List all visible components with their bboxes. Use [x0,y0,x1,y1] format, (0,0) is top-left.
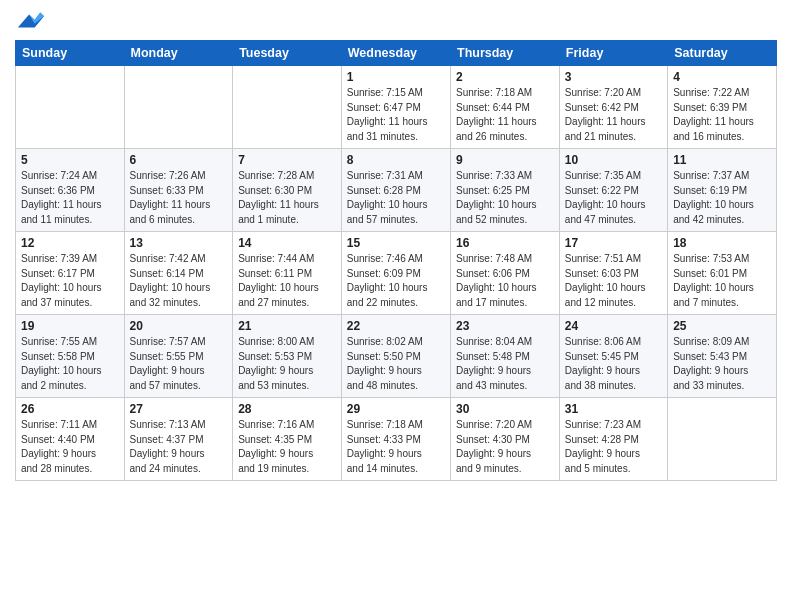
day-of-week-header: Monday [124,41,233,66]
logo [15,10,44,32]
calendar-cell: 16Sunrise: 7:48 AM Sunset: 6:06 PM Dayli… [451,232,560,315]
day-number: 23 [456,319,554,333]
calendar-week-row: 5Sunrise: 7:24 AM Sunset: 6:36 PM Daylig… [16,149,777,232]
day-number: 16 [456,236,554,250]
calendar-cell: 11Sunrise: 7:37 AM Sunset: 6:19 PM Dayli… [668,149,777,232]
logo-bird-icon [16,10,44,32]
day-number: 19 [21,319,119,333]
day-info: Sunrise: 7:20 AM Sunset: 6:42 PM Dayligh… [565,86,662,144]
day-info: Sunrise: 7:46 AM Sunset: 6:09 PM Dayligh… [347,252,445,310]
day-number: 15 [347,236,445,250]
day-info: Sunrise: 7:11 AM Sunset: 4:40 PM Dayligh… [21,418,119,476]
day-number: 7 [238,153,336,167]
day-info: Sunrise: 8:00 AM Sunset: 5:53 PM Dayligh… [238,335,336,393]
day-info: Sunrise: 7:55 AM Sunset: 5:58 PM Dayligh… [21,335,119,393]
day-info: Sunrise: 7:22 AM Sunset: 6:39 PM Dayligh… [673,86,771,144]
day-number: 6 [130,153,228,167]
day-number: 14 [238,236,336,250]
day-info: Sunrise: 8:02 AM Sunset: 5:50 PM Dayligh… [347,335,445,393]
calendar-cell: 26Sunrise: 7:11 AM Sunset: 4:40 PM Dayli… [16,398,125,481]
day-info: Sunrise: 7:33 AM Sunset: 6:25 PM Dayligh… [456,169,554,227]
day-number: 5 [21,153,119,167]
calendar-cell: 18Sunrise: 7:53 AM Sunset: 6:01 PM Dayli… [668,232,777,315]
day-number: 28 [238,402,336,416]
calendar-week-row: 12Sunrise: 7:39 AM Sunset: 6:17 PM Dayli… [16,232,777,315]
day-number: 27 [130,402,228,416]
calendar-cell [124,66,233,149]
calendar-cell: 29Sunrise: 7:18 AM Sunset: 4:33 PM Dayli… [341,398,450,481]
calendar-cell: 10Sunrise: 7:35 AM Sunset: 6:22 PM Dayli… [559,149,667,232]
day-number: 11 [673,153,771,167]
day-info: Sunrise: 7:18 AM Sunset: 4:33 PM Dayligh… [347,418,445,476]
calendar-cell: 20Sunrise: 7:57 AM Sunset: 5:55 PM Dayli… [124,315,233,398]
day-number: 29 [347,402,445,416]
calendar-cell: 8Sunrise: 7:31 AM Sunset: 6:28 PM Daylig… [341,149,450,232]
day-info: Sunrise: 7:20 AM Sunset: 4:30 PM Dayligh… [456,418,554,476]
day-number: 4 [673,70,771,84]
day-number: 31 [565,402,662,416]
day-number: 8 [347,153,445,167]
calendar-cell: 25Sunrise: 8:09 AM Sunset: 5:43 PM Dayli… [668,315,777,398]
day-of-week-header: Thursday [451,41,560,66]
header [15,10,777,32]
calendar-cell: 4Sunrise: 7:22 AM Sunset: 6:39 PM Daylig… [668,66,777,149]
calendar-week-row: 19Sunrise: 7:55 AM Sunset: 5:58 PM Dayli… [16,315,777,398]
day-number: 3 [565,70,662,84]
day-of-week-header: Friday [559,41,667,66]
day-info: Sunrise: 8:06 AM Sunset: 5:45 PM Dayligh… [565,335,662,393]
calendar-cell: 30Sunrise: 7:20 AM Sunset: 4:30 PM Dayli… [451,398,560,481]
day-of-week-header: Wednesday [341,41,450,66]
day-info: Sunrise: 7:23 AM Sunset: 4:28 PM Dayligh… [565,418,662,476]
calendar-cell: 9Sunrise: 7:33 AM Sunset: 6:25 PM Daylig… [451,149,560,232]
day-info: Sunrise: 7:24 AM Sunset: 6:36 PM Dayligh… [21,169,119,227]
day-number: 1 [347,70,445,84]
day-number: 18 [673,236,771,250]
day-number: 13 [130,236,228,250]
calendar-cell: 24Sunrise: 8:06 AM Sunset: 5:45 PM Dayli… [559,315,667,398]
day-number: 9 [456,153,554,167]
day-number: 17 [565,236,662,250]
calendar-cell: 23Sunrise: 8:04 AM Sunset: 5:48 PM Dayli… [451,315,560,398]
day-number: 30 [456,402,554,416]
calendar-cell: 3Sunrise: 7:20 AM Sunset: 6:42 PM Daylig… [559,66,667,149]
calendar-cell: 15Sunrise: 7:46 AM Sunset: 6:09 PM Dayli… [341,232,450,315]
page: SundayMondayTuesdayWednesdayThursdayFrid… [0,0,792,612]
day-info: Sunrise: 7:15 AM Sunset: 6:47 PM Dayligh… [347,86,445,144]
day-info: Sunrise: 7:31 AM Sunset: 6:28 PM Dayligh… [347,169,445,227]
calendar-cell: 27Sunrise: 7:13 AM Sunset: 4:37 PM Dayli… [124,398,233,481]
calendar-cell [233,66,342,149]
calendar-cell: 7Sunrise: 7:28 AM Sunset: 6:30 PM Daylig… [233,149,342,232]
day-number: 2 [456,70,554,84]
calendar-cell: 6Sunrise: 7:26 AM Sunset: 6:33 PM Daylig… [124,149,233,232]
calendar-cell: 14Sunrise: 7:44 AM Sunset: 6:11 PM Dayli… [233,232,342,315]
day-number: 10 [565,153,662,167]
day-info: Sunrise: 7:26 AM Sunset: 6:33 PM Dayligh… [130,169,228,227]
day-info: Sunrise: 7:44 AM Sunset: 6:11 PM Dayligh… [238,252,336,310]
day-info: Sunrise: 8:09 AM Sunset: 5:43 PM Dayligh… [673,335,771,393]
calendar-cell: 22Sunrise: 8:02 AM Sunset: 5:50 PM Dayli… [341,315,450,398]
day-number: 12 [21,236,119,250]
day-number: 20 [130,319,228,333]
logo-area [15,10,44,32]
calendar-cell: 28Sunrise: 7:16 AM Sunset: 4:35 PM Dayli… [233,398,342,481]
day-info: Sunrise: 7:42 AM Sunset: 6:14 PM Dayligh… [130,252,228,310]
day-number: 25 [673,319,771,333]
day-number: 24 [565,319,662,333]
calendar-cell: 31Sunrise: 7:23 AM Sunset: 4:28 PM Dayli… [559,398,667,481]
day-of-week-header: Tuesday [233,41,342,66]
calendar-week-row: 1Sunrise: 7:15 AM Sunset: 6:47 PM Daylig… [16,66,777,149]
day-info: Sunrise: 7:53 AM Sunset: 6:01 PM Dayligh… [673,252,771,310]
day-number: 21 [238,319,336,333]
day-info: Sunrise: 7:39 AM Sunset: 6:17 PM Dayligh… [21,252,119,310]
day-of-week-header: Saturday [668,41,777,66]
calendar-cell: 5Sunrise: 7:24 AM Sunset: 6:36 PM Daylig… [16,149,125,232]
day-info: Sunrise: 7:48 AM Sunset: 6:06 PM Dayligh… [456,252,554,310]
day-info: Sunrise: 7:13 AM Sunset: 4:37 PM Dayligh… [130,418,228,476]
calendar-cell: 17Sunrise: 7:51 AM Sunset: 6:03 PM Dayli… [559,232,667,315]
calendar-cell [16,66,125,149]
calendar: SundayMondayTuesdayWednesdayThursdayFrid… [15,40,777,481]
calendar-cell [668,398,777,481]
day-info: Sunrise: 7:18 AM Sunset: 6:44 PM Dayligh… [456,86,554,144]
day-info: Sunrise: 7:16 AM Sunset: 4:35 PM Dayligh… [238,418,336,476]
day-of-week-header: Sunday [16,41,125,66]
